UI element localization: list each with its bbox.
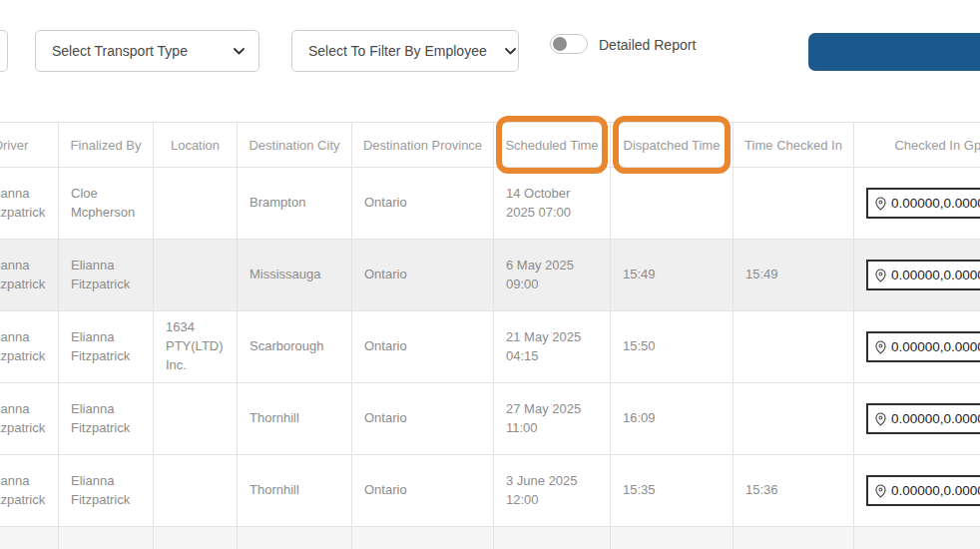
cell-scheduled-time: 21 May 2025 04:15: [494, 311, 611, 383]
cell-destination-province: Ontario: [352, 455, 494, 527]
cell-empty: [611, 527, 734, 549]
toggle-knob-icon: [553, 37, 567, 51]
map-pin-icon: [875, 269, 886, 282]
filter-bar: Select Transport Type Select To Filter B…: [0, 0, 980, 100]
col-header-scheduled-time: Scheduled Time: [494, 123, 611, 168]
employee-filter-select[interactable]: Select To Filter By Employee: [291, 30, 519, 72]
col-header-destination-city: Destination City: [238, 123, 352, 168]
transport-type-select-value: Select Transport Type: [52, 43, 188, 59]
map-pin-icon: [875, 484, 886, 498]
chevron-down-icon: [505, 48, 516, 55]
col-header-dispatched-time-label: Dispatched Time: [624, 138, 721, 153]
cell-location: [154, 168, 238, 240]
gps-value: 0.00000,0.00000: [891, 194, 980, 214]
table-row: Elianna Fitzpatrick Elianna Fitzpatrick …: [0, 383, 980, 455]
table-row: Elianna Fitzpatrick Elianna Fitzpatrick …: [0, 240, 980, 311]
cell-time-checked-in: [734, 168, 854, 240]
detailed-report-toggle[interactable]: [550, 34, 588, 54]
map-pin-icon: [875, 340, 886, 354]
cell-empty: [494, 527, 611, 549]
cell-destination-city: Thornhill: [238, 383, 352, 455]
cell-destination-province: Ontario: [352, 168, 494, 240]
cell-dispatched-time: 15:49: [611, 240, 734, 311]
cell-checked-in-gps: 0.00000,0.00000: [854, 311, 980, 383]
chevron-down-icon: [234, 48, 245, 55]
map-pin-icon: [875, 197, 886, 211]
cell-scheduled-time: 27 May 2025 11:00: [494, 383, 611, 455]
transport-type-select[interactable]: Select Transport Type: [35, 30, 259, 72]
cell-dispatched-time: 15:50: [611, 311, 734, 383]
cell-scheduled-time: 14 October 2025 07:00: [494, 168, 611, 240]
col-header-scheduled-time-label: Scheduled Time: [505, 138, 598, 153]
cell-driver: Elianna Fitzpatrick: [0, 455, 59, 527]
cell-scheduled-time: 6 May 2025 09:00: [494, 240, 611, 311]
col-header-driver: Driver: [0, 123, 59, 168]
header-row: Driver Finalized By Location Destination…: [0, 123, 980, 168]
cell-driver: Elianna Fitzpatrick: [0, 383, 59, 455]
cell-time-checked-in: 15:49: [734, 240, 854, 311]
cell-checked-in-gps: 0.00000,0.00000: [854, 383, 980, 455]
table-row-partial: [0, 527, 980, 549]
cell-empty: [238, 527, 352, 549]
col-header-finalized-by: Finalized By: [59, 123, 154, 168]
cell-destination-city: Brampton: [238, 168, 352, 240]
partial-select-fragment[interactable]: [0, 30, 8, 72]
gps-value: 0.00000,0.00000: [891, 409, 980, 429]
col-header-time-checked-in: Time Checked In: [734, 123, 854, 168]
page: Select Transport Type Select To Filter B…: [0, 0, 980, 549]
cell-location: [154, 455, 238, 527]
cell-checked-in-gps: 0.00000,0.00000: [854, 240, 980, 311]
gps-button[interactable]: 0.00000,0.00000: [866, 475, 980, 507]
gps-value: 0.00000,0.00000: [891, 481, 980, 501]
cell-empty: [352, 527, 494, 549]
cell-finalized-by: Elianna Fitzpatrick: [59, 240, 154, 311]
cell-time-checked-in: [734, 311, 854, 383]
col-header-destination-province: Destination Province: [352, 123, 494, 168]
cell-dispatched-time: [611, 168, 734, 240]
cell-destination-city: Mississauga: [238, 240, 352, 311]
cell-checked-in-gps: 0.00000,0.00000: [854, 455, 980, 527]
cell-driver: Elianna Fitzpatrick: [0, 168, 59, 240]
gps-button[interactable]: 0.00000,0.00000: [866, 260, 980, 291]
gps-button[interactable]: 0.00000,0.00000: [866, 331, 980, 363]
cell-location: [154, 383, 238, 455]
cell-destination-province: Ontario: [352, 311, 494, 383]
table-row: Elianna Fitzpatrick Cloe Mcpherson Bramp…: [0, 168, 980, 240]
gps-value: 0.00000,0.00000: [891, 266, 980, 285]
col-header-location: Location: [154, 123, 238, 168]
cell-empty: [734, 527, 854, 549]
primary-action-button[interactable]: [808, 33, 980, 71]
cell-destination-province: Ontario: [352, 240, 494, 311]
cell-time-checked-in: [734, 383, 854, 455]
cell-empty: [0, 527, 59, 549]
cell-checked-in-gps: 0.00000,0.00000: [854, 168, 980, 240]
gps-value: 0.00000,0.00000: [891, 337, 980, 357]
cell-finalized-by: Cloe Mcpherson: [59, 168, 154, 240]
gps-button[interactable]: 0.00000,0.00000: [866, 188, 980, 220]
cell-time-checked-in: 15:36: [734, 455, 854, 527]
cell-empty: [854, 527, 980, 549]
map-pin-icon: [875, 412, 886, 426]
report-table: Driver Finalized By Location Destination…: [0, 122, 980, 549]
detailed-report-label: Detailed Report: [599, 37, 696, 53]
cell-driver: Elianna Fitzpatrick: [0, 311, 59, 383]
employee-filter-select-value: Select To Filter By Employee: [308, 43, 487, 59]
table-row: Elianna Fitzpatrick Elianna Fitzpatrick …: [0, 311, 980, 383]
cell-finalized-by: Elianna Fitzpatrick: [59, 455, 154, 527]
cell-dispatched-time: 15:35: [611, 455, 734, 527]
cell-location: [154, 240, 238, 311]
report-table-container: Driver Finalized By Location Destination…: [0, 122, 980, 549]
cell-location: 1634 PTY(LTD) Inc.: [154, 311, 238, 383]
col-header-dispatched-time: Dispatched Time: [611, 123, 734, 168]
cell-dispatched-time: 16:09: [611, 383, 734, 455]
cell-finalized-by: Elianna Fitzpatrick: [59, 311, 154, 383]
cell-destination-province: Ontario: [352, 383, 494, 455]
gps-button[interactable]: 0.00000,0.00000: [866, 403, 980, 435]
cell-empty: [59, 527, 154, 549]
cell-scheduled-time: 3 June 2025 12:00: [494, 455, 611, 527]
cell-empty: [154, 527, 238, 549]
cell-destination-city: Scarborough: [238, 311, 352, 383]
cell-driver: Elianna Fitzpatrick: [0, 240, 59, 311]
cell-finalized-by: Elianna Fitzpatrick: [59, 383, 154, 455]
col-header-checked-in-gps: Checked In Gps: [854, 123, 980, 168]
